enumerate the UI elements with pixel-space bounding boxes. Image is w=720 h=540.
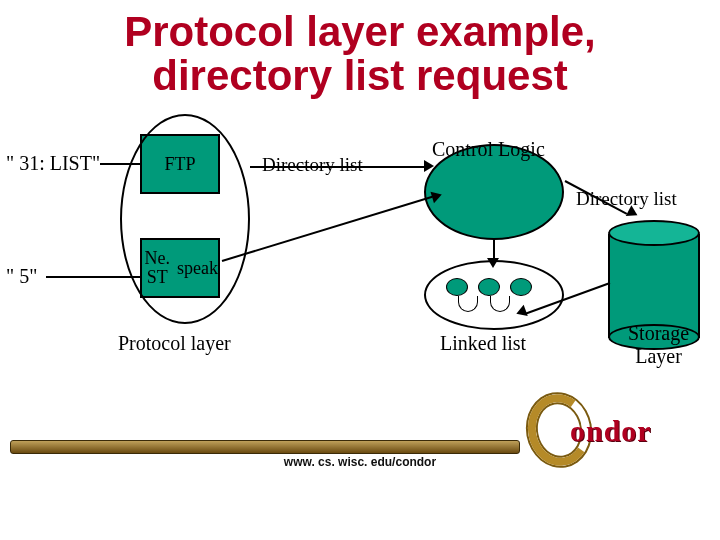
label-dirlist-2: Directory list: [576, 188, 677, 210]
arrow-control-to-linked-line: [493, 240, 495, 260]
label-list-command: " 31: LIST": [6, 152, 100, 175]
title-line-2: directory list request: [152, 52, 567, 99]
label-linked-list: Linked list: [440, 332, 526, 355]
connector-five-nest: [46, 276, 140, 278]
cylinder-top: [608, 220, 700, 246]
label-dirlist-1: Directory list: [262, 154, 363, 176]
linked-list-node-1: [446, 278, 468, 296]
condor-text: ondor: [570, 414, 652, 448]
label-five: " 5": [6, 265, 37, 288]
ellipse-protocol-layer: [120, 114, 250, 324]
label-control-logic: Control Logic: [432, 138, 545, 161]
linked-list-node-2: [478, 278, 500, 296]
storage-line2: Layer: [635, 345, 682, 367]
slide-title: Protocol layer example, directory list r…: [0, 0, 720, 98]
title-line-1: Protocol layer example,: [124, 8, 596, 55]
storage-line1: Storage: [628, 322, 689, 344]
label-protocol-layer: Protocol layer: [118, 332, 231, 355]
diagram-stage: " 31: LIST" " 5" FTP Ne. ST speak Protoc…: [0, 110, 720, 490]
label-storage-layer: Storage Layer: [628, 322, 689, 368]
condor-logo: ondor: [528, 400, 698, 470]
footer-bar: [10, 440, 520, 454]
arrow-nest-to-control-line: [222, 196, 433, 262]
linked-list-node-3: [510, 278, 532, 296]
arrow-control-to-linked-head: [487, 258, 499, 268]
